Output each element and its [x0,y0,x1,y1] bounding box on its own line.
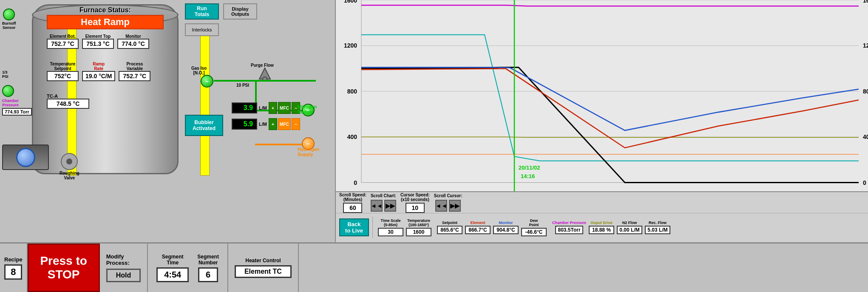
scroll-speed-section: Scroll Speed:(Minutes) 60 [339,193,366,213]
svg-text:400: 400 [863,133,868,140]
ramp-rate-box: RampRate 19.0 °C/M [82,62,115,81]
cursor-speed-value[interactable]: 10 [406,203,425,213]
dew-point-label: DewPoint [529,218,539,227]
segment-number-value: 6 [198,267,218,282]
scroll-chart-fwd-button[interactable]: ▶▶ [384,200,396,212]
element-top-value: 751.3 °C [82,39,114,49]
orange-pipe-h [255,144,302,145]
chart-chamber-value: 803.5Torr [555,226,583,234]
chart-monitor-value: 904.8°C [493,226,519,234]
temp-readout-row2: TemperatureSetpoint 752°C RampRate 19.0 … [47,62,150,81]
monitor-label: Monitor [125,34,141,39]
chart-controls-row2: Back to Live Time Scale(5-85m) 30 Temper… [336,213,868,241]
purge-flow-valve [258,67,271,81]
n2-flow-value: 0.00 L/M [617,226,642,234]
scroll-chart-label: Scroll Chart: [371,193,396,198]
scroll-chart-section: Scroll Chart: ◄◄ ▶▶ [371,193,396,212]
process-variable-value: 752.7 °C [119,71,150,81]
svg-text:0: 0 [354,179,357,186]
roughing-valve-center [66,159,72,164]
element-label: Element [470,221,485,225]
cursor-speed-label: Cursor Speed:(x10 seconds) [400,193,430,202]
hydrogen-supply-label: Hydrogen Supply [298,147,319,157]
furnace-status-value: Heat Ramp [47,15,164,29]
green-pipe-main [214,80,316,82]
gas-iso-valve: – [201,75,213,88]
element-bot-box: Element Bot. 752.7 °C [47,34,79,49]
setpoint-label: Setpoint [442,221,457,225]
rec-flow-value: 5.03 L/M [645,226,670,234]
svg-point-1 [263,77,267,80]
output-drive-label: Ouput Drive [590,221,613,225]
back-to-live-button[interactable]: Back to Live [339,218,369,236]
temperature-scale-value[interactable]: 1600 [406,228,431,236]
scroll-cursor-back-button[interactable]: ◄◄ [435,200,447,212]
nitrogen-supply-label: Nitrogen Supply [298,104,317,114]
mfc2-minus-button[interactable]: – [292,118,300,130]
chart-svg: 1600 1200 800 400 0 1600 1200 800 400 0 [336,0,868,191]
svg-text:0: 0 [863,179,866,186]
scroll-speed-label: Scroll Speed:(Minutes) [339,193,366,202]
element-cell: Element 866.7°C [465,221,491,234]
mfc-section: 3.9 L/M + MFC – 5.9 L/M + MFC – [232,102,300,130]
setpoint-cell: Setpoint 865.6°C [437,221,462,234]
mfc2-plus-button[interactable]: + [269,118,277,130]
ramp-rate-value: 19.0 °C/M [82,71,115,81]
time-scale-value[interactable]: 30 [378,228,403,236]
scroll-chart-nav: ◄◄ ▶▶ [371,200,396,212]
svg-text:20/11/02: 20/11/02 [519,164,540,171]
svg-text:800: 800 [347,88,357,95]
pump-rotor [16,148,35,167]
element-top-label: Element Top [85,34,111,39]
scroll-cursor-label: Scroll Cursor: [434,193,462,198]
segment-section: Segment Time 4:54 Segment Number 6 [148,244,228,292]
gas-iso-valve-indicator: – [201,75,213,88]
scroll-cursor-fwd-button[interactable]: ▶▶ [449,200,461,212]
bubbler-activated-button[interactable]: Bubbler Activated [185,115,223,136]
interlocks-button[interactable]: Interlocks [185,23,219,36]
run-totals-button[interactable]: Run Totals [185,3,219,20]
temp-setpoint-label: TemperatureSetpoint [50,62,76,71]
dew-point-value: -46.6°C [521,228,547,236]
pump-body [2,145,49,170]
mfc1-value: 3.9 [232,102,257,113]
gas-iso-label: Gas Iso [N.O.] [191,66,207,75]
svg-text:14:16: 14:16 [521,173,535,179]
monitor-cell: Monitor 904.8°C [493,221,519,234]
chamber-pressure-value: 774.93 Torr [2,108,32,116]
ramp-rate-label: RampRate [93,62,105,71]
mfc1-plus-button[interactable]: + [269,102,277,114]
mfc1-controls: + MFC – [269,102,300,114]
segment-number-item: Segment Number 6 [197,254,219,282]
scroll-chart-back-button[interactable]: ◄◄ [371,200,383,212]
roughing-valve: Roughing Valve [60,153,79,180]
scroll-speed-value[interactable]: 60 [343,203,362,213]
setpoint-value: 865.6°C [437,226,462,234]
temperature-scale-cell: Temperature(100-1650°) 1600 [406,218,431,236]
chart-controls-row1: Scroll Speed:(Minutes) 60 Scroll Chart: … [336,192,868,213]
pump-icon [2,145,53,179]
recipe-number: 8 [4,264,22,280]
press-to-stop-button[interactable]: Press to STOP [28,244,100,292]
furnace-cylinder [32,4,179,174]
element-value: 866.7°C [465,226,491,234]
chart-controls: Scroll Speed:(Minutes) 60 Scroll Chart: … [336,191,868,242]
psi-label: 1/3 PSI [2,70,9,79]
n2-flow-label: N2 Flow [622,221,637,225]
rec-flow-label: Rec. Flow [649,221,667,225]
chamber-pressure-label: Chamber Pressure [2,99,19,107]
output-drive-value: 18.88 % [589,226,614,234]
display-outputs-button[interactable]: Display Outputs [223,3,257,20]
heater-control-section: Heater Control Element TC [228,244,299,292]
mfc2-unit: L/M [259,122,267,127]
svg-text:1600: 1600 [344,0,357,4]
hold-button[interactable]: Hold [106,269,141,282]
data-display-row: Time Scale(5-85m) 30 Temperature(100-165… [376,218,865,236]
svg-rect-2 [336,0,868,191]
element-bot-value: 752.7 °C [47,39,79,49]
burnoff-sensor: Burnoff Sensor [2,9,16,30]
chamber-pressure-cell: Chamber Pressure 803.5Torr [552,221,586,234]
element-bot-label: Element Bot. [50,34,76,39]
segment-time-value: 4:54 [156,267,189,282]
mfc2-value: 5.9 [232,119,257,130]
